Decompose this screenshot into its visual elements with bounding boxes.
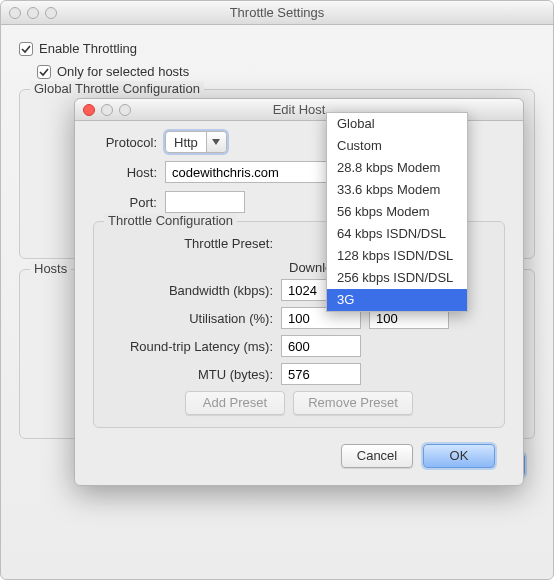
- remove-preset-button[interactable]: Remove Preset: [293, 391, 413, 415]
- preset-option[interactable]: Global: [327, 113, 467, 135]
- host-label: Host:: [93, 165, 165, 180]
- enable-throttling-label: Enable Throttling: [39, 41, 137, 56]
- close-icon[interactable]: [9, 7, 21, 19]
- minimize-icon[interactable]: [27, 7, 39, 19]
- enable-throttling-checkbox[interactable]: [19, 42, 33, 56]
- latency-label: Round-trip Latency (ms):: [106, 339, 281, 354]
- bandwidth-label: Bandwidth (kbps):: [106, 283, 281, 298]
- zoom-icon: [119, 104, 131, 116]
- port-input[interactable]: [165, 191, 245, 213]
- dialog-cancel-button[interactable]: Cancel: [341, 444, 413, 468]
- titlebar: Throttle Settings: [1, 1, 553, 25]
- minimize-icon: [101, 104, 113, 116]
- chevron-down-icon[interactable]: [206, 132, 226, 152]
- throttle-preset-label: Throttle Preset:: [106, 236, 281, 251]
- protocol-select[interactable]: Http: [165, 131, 227, 153]
- traffic-lights: [9, 7, 57, 19]
- preset-option[interactable]: 33.6 kbps Modem: [327, 179, 467, 201]
- checkmark-icon: [21, 44, 31, 54]
- port-label: Port:: [93, 195, 165, 210]
- protocol-label: Protocol:: [93, 135, 165, 150]
- window-title: Throttle Settings: [9, 5, 545, 20]
- dialog-ok-button[interactable]: OK: [423, 444, 495, 468]
- preset-option[interactable]: Custom: [327, 135, 467, 157]
- global-group-label: Global Throttle Configuration: [30, 81, 204, 96]
- add-preset-button[interactable]: Add Preset: [185, 391, 285, 415]
- mtu-label: MTU (bytes):: [106, 367, 281, 382]
- throttle-preset-dropdown[interactable]: GlobalCustom28.8 kbps Modem33.6 kbps Mod…: [326, 112, 468, 312]
- protocol-value: Http: [166, 132, 206, 152]
- dialog-traffic-lights: [83, 104, 131, 116]
- zoom-icon[interactable]: [45, 7, 57, 19]
- hosts-group-label: Hosts: [30, 261, 71, 276]
- preset-option[interactable]: 3G: [327, 289, 467, 311]
- only-selected-label: Only for selected hosts: [57, 64, 189, 79]
- throttle-config-label: Throttle Configuration: [104, 213, 237, 228]
- preset-option[interactable]: 56 kbps Modem: [327, 201, 467, 223]
- preset-option[interactable]: 28.8 kbps Modem: [327, 157, 467, 179]
- preset-option[interactable]: 256 kbps ISDN/DSL: [327, 267, 467, 289]
- only-selected-row[interactable]: Only for selected hosts: [37, 64, 535, 79]
- latency-input[interactable]: [281, 335, 361, 357]
- preset-option[interactable]: 64 kbps ISDN/DSL: [327, 223, 467, 245]
- utilisation-label: Utilisation (%):: [106, 311, 281, 326]
- mtu-input[interactable]: [281, 363, 361, 385]
- preset-option[interactable]: 128 kbps ISDN/DSL: [327, 245, 467, 267]
- only-selected-checkbox[interactable]: [37, 65, 51, 79]
- enable-throttling-row[interactable]: Enable Throttling: [19, 41, 535, 56]
- close-icon[interactable]: [83, 104, 95, 116]
- checkmark-icon: [39, 67, 49, 77]
